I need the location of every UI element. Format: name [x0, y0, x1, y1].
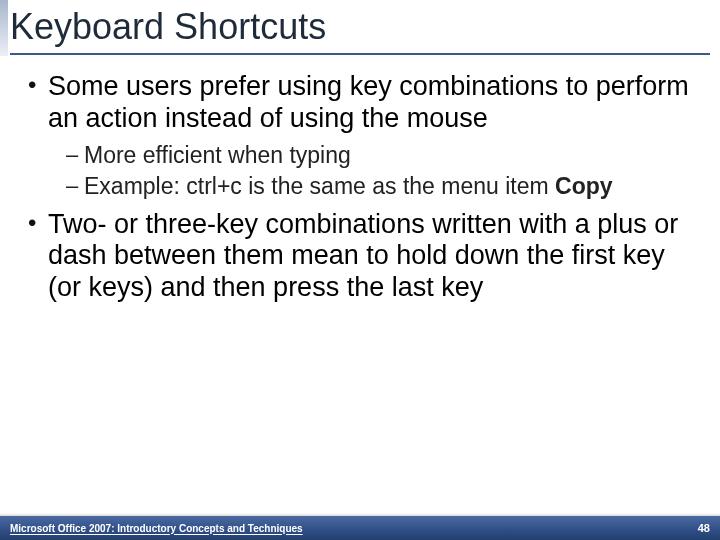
bullet-item: Two- or three-key combinations written w…: [26, 209, 694, 305]
sub-bullet-text: Example: ctrl+c is the same as the menu …: [84, 173, 555, 199]
slide-title: Keyboard Shortcuts: [10, 6, 710, 47]
title-area: Keyboard Shortcuts: [0, 0, 720, 47]
sub-bullet-text: More efficient when typing: [84, 142, 351, 168]
top-accent: [0, 0, 8, 56]
sub-bullet-bold: Copy: [555, 173, 613, 199]
sub-bullet-item: Example: ctrl+c is the same as the menu …: [66, 172, 694, 201]
bullet-item: Some users prefer using key combinations…: [26, 71, 694, 200]
bullet-list: Some users prefer using key combinations…: [26, 71, 694, 304]
slide: Keyboard Shortcuts Some users prefer usi…: [0, 0, 720, 540]
sub-bullet-item: More efficient when typing: [66, 141, 694, 170]
footer-text: Microsoft Office 2007: Introductory Conc…: [10, 523, 303, 534]
content-area: Some users prefer using key combinations…: [0, 55, 720, 304]
bullet-text: Two- or three-key combinations written w…: [48, 209, 678, 303]
bullet-text: Some users prefer using key combinations…: [48, 71, 689, 133]
footer-bar: Microsoft Office 2007: Introductory Conc…: [0, 516, 720, 540]
sub-bullet-list: More efficient when typing Example: ctrl…: [66, 141, 694, 201]
page-number: 48: [698, 522, 710, 534]
